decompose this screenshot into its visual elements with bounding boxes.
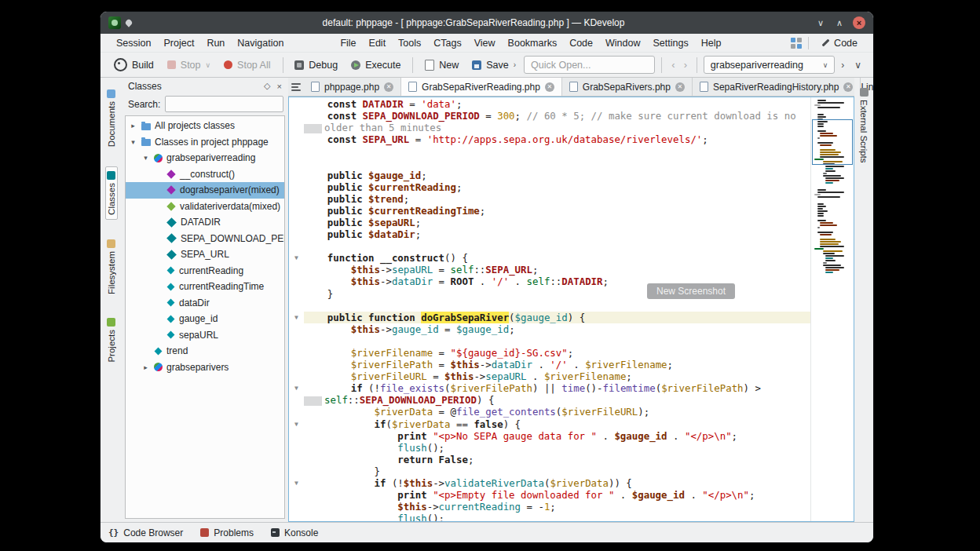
debug-button[interactable]: Debug	[289, 57, 343, 74]
editor-tab-separiverreadinghistory-php[interactable]: SepaRiverReadingHistory.php✕	[693, 78, 861, 96]
bottom-tab-code-browser[interactable]: {}Code Browser	[108, 527, 183, 538]
search-next-button[interactable]: ›	[837, 58, 848, 72]
menu-item-session[interactable]: Session	[110, 36, 157, 50]
tree-item-dograbsepariver-mixed[interactable]: dograbsepariver(mixed)	[126, 182, 284, 199]
expander-icon[interactable]: ▸	[129, 122, 137, 130]
tree-item-currentreadingtime[interactable]: currentReadingTime	[126, 279, 284, 295]
code-line[interactable]: $this->currentReading = -1;	[289, 501, 810, 513]
sidebar-tab-classes[interactable]: Classes	[105, 166, 118, 220]
detach-panel-icon[interactable]: ◇	[264, 81, 270, 91]
code-line[interactable]: ▼ public function doGrabSepaRiver($gauge…	[289, 312, 810, 323]
code-line[interactable]: }	[289, 465, 810, 477]
menu-item-help[interactable]: Help	[695, 36, 728, 50]
tree-item-classes-in-project-phppage[interactable]: ▾Classes in project phppage	[126, 134, 284, 151]
menu-item-settings[interactable]: Settings	[647, 36, 695, 50]
area-switcher-icon[interactable]	[791, 38, 802, 49]
code-line[interactable]: const SEPA_URL = 'http://apps.sepa.org.u…	[289, 133, 810, 145]
execute-button[interactable]: Execute	[346, 57, 406, 74]
code-line[interactable]: $riverFilename = "${gauge_id}-SG.csv";	[289, 347, 810, 359]
code-line[interactable]: public $currentReading;	[289, 181, 810, 193]
code-line[interactable]	[289, 240, 810, 252]
fold-marker-icon[interactable]: ▼	[289, 252, 304, 264]
code-line[interactable]	[289, 300, 810, 312]
tab-close-icon[interactable]: ✕	[675, 82, 685, 92]
code-line[interactable]: public $currentReadingTime;	[289, 205, 810, 217]
expander-icon[interactable]: ▾	[141, 154, 150, 162]
code-line[interactable]: ▼ if($riverData == false) {	[289, 418, 810, 430]
menu-item-navigation[interactable]: Navigation	[231, 36, 290, 50]
build-button[interactable]: Build	[108, 55, 159, 75]
tree-item-grabsepariverreading[interactable]: ▾grabsepariverreading	[126, 150, 284, 166]
code-line[interactable]: public $trend;	[289, 193, 810, 205]
tree-item-construct[interactable]: __construct()	[126, 166, 284, 183]
editor-tab-grabsepariverreading-php[interactable]: GrabSepaRiverReading.php✕	[401, 78, 562, 96]
code-line[interactable]: public $sepaURL;	[289, 217, 810, 228]
menu-item-ctags[interactable]: CTags	[427, 36, 467, 50]
tree-item-all-projects-classes[interactable]: ▸All projects classes	[126, 118, 284, 134]
stop-all-button[interactable]: Stop All	[218, 57, 276, 74]
tree-item-sepaurl[interactable]: sepaURL	[126, 327, 284, 344]
menu-item-window[interactable]: Window	[599, 36, 646, 50]
code-line[interactable]: $this->sepaURL = self::SEPA_URL;	[289, 264, 810, 276]
code-line[interactable]: flush();	[289, 513, 810, 521]
code-line[interactable]: return False;	[289, 454, 810, 465]
tab-close-icon[interactable]: ✕	[843, 82, 853, 92]
tree-item-sepa-download-period[interactable]: SEPA_DOWNLOAD_PERIOD	[126, 231, 284, 247]
code-editor[interactable]: const DATADIR = 'data'; const SEPA_DOWNL…	[289, 97, 810, 521]
code-line[interactable]: print "<p>No SEPA gauge data for " . $ga…	[289, 430, 810, 442]
maximize-button[interactable]: ∧	[832, 18, 847, 28]
code-line[interactable]: $this->gauge_id = $gauge_id;	[289, 323, 810, 335]
menu-item-edit[interactable]: Edit	[363, 36, 393, 50]
fold-marker-icon[interactable]: ▼	[289, 418, 304, 430]
code-line[interactable]: self::SEPA_DOWNLOAD_PERIOD) {	[289, 394, 810, 406]
sidebar-tab-external-scripts[interactable]: External Scripts	[858, 84, 869, 167]
editor-tab-phppage-php[interactable]: phppage.php✕	[304, 78, 401, 96]
menu-item-bookmarks[interactable]: Bookmarks	[502, 36, 564, 50]
code-line[interactable]: ▼ if (!$this->validateRiverData($riverDa…	[289, 477, 810, 489]
quick-open-combobox[interactable]: Quick Open...	[524, 56, 655, 74]
classes-search-input[interactable]	[165, 96, 283, 112]
pin-icon[interactable]	[124, 18, 133, 27]
close-panel-icon[interactable]: ×	[277, 82, 282, 91]
forward-arrow[interactable]: ›	[681, 57, 690, 72]
code-line[interactable]: const DATADIR = 'data';	[289, 98, 810, 110]
back-arrow[interactable]: ‹	[668, 57, 678, 72]
bottom-tab-konsole[interactable]: Konsole	[271, 527, 318, 538]
code-line[interactable]: ▼ function __construct() {	[289, 252, 810, 264]
chevron-down-icon[interactable]: ∨	[823, 61, 828, 69]
bottom-tab-problems[interactable]: Problems	[200, 527, 254, 538]
menu-item-tools[interactable]: Tools	[392, 36, 427, 50]
fold-marker-icon[interactable]: ▼	[289, 477, 304, 489]
menu-item-project[interactable]: Project	[157, 36, 200, 50]
menu-item-run[interactable]: Run	[200, 36, 231, 50]
code-line[interactable]: ▼ if (!file_exists($riverFilePath) || ti…	[289, 382, 810, 394]
editor-tab-grabseparivers-php[interactable]: GrabSepaRivers.php✕	[562, 78, 693, 96]
tree-item-validateriverdata-mixed[interactable]: validateriverdata(mixed)	[126, 199, 284, 215]
code-line[interactable]: public $dataDir;	[289, 228, 810, 240]
tree-item-gauge-id[interactable]: gauge_id	[126, 311, 284, 327]
tree-item-currentreading[interactable]: currentReading	[126, 263, 284, 279]
tab-close-icon[interactable]: ✕	[545, 82, 554, 92]
code-line[interactable]: older than 5 minutes	[289, 122, 810, 133]
tree-item-trend[interactable]: trend	[126, 343, 284, 359]
titlebar[interactable]: default: phppage - [ phppage:GrabSepaRiv…	[101, 12, 873, 34]
sidebar-tab-filesystem[interactable]: Filesystem	[106, 235, 117, 298]
code-line[interactable]: print "<p>Empty file downloaded for " . …	[289, 489, 810, 501]
minimap-viewport[interactable]	[812, 119, 853, 165]
menu-item-code[interactable]: Code	[563, 36, 599, 50]
menu-item-file[interactable]: File	[334, 36, 362, 50]
sidebar-tab-projects[interactable]: Projects	[106, 314, 117, 367]
tab-close-icon[interactable]: ✕	[384, 82, 393, 92]
code-line[interactable]: flush();	[289, 442, 810, 454]
tree-item-datadir[interactable]: dataDir	[126, 295, 284, 312]
stop-button[interactable]: Stop∨	[162, 57, 216, 74]
expander-icon[interactable]: ▸	[141, 363, 150, 371]
expander-icon[interactable]: ▾	[129, 138, 137, 146]
code-line[interactable]: public $gauge_id;	[289, 170, 810, 181]
code-line[interactable]	[289, 335, 810, 347]
minimize-button[interactable]: ∨	[814, 18, 828, 28]
code-area-button[interactable]: Code	[815, 36, 864, 50]
code-line[interactable]	[289, 157, 810, 169]
document-list-icon[interactable]	[288, 78, 304, 96]
code-line[interactable]: $riverFilePath = $this->dataDir . '/' . …	[289, 359, 810, 370]
